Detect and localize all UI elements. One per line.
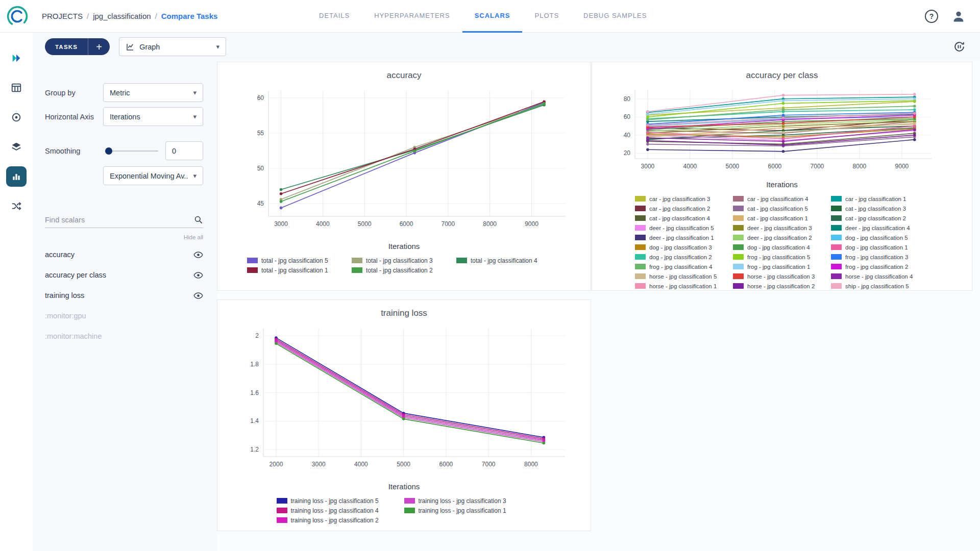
find-scalars-search — [45, 215, 203, 228]
visibility-eye-icon[interactable] — [193, 270, 203, 280]
visibility-eye-icon[interactable] — [193, 250, 203, 260]
metric-row-monitor-gpu[interactable]: :monitor:gpu — [33, 306, 217, 326]
legend-item[interactable]: total - jpg classification 5 — [247, 256, 352, 265]
hide-all-link[interactable]: Hide all — [33, 234, 203, 240]
legend-item[interactable]: dog - jpg classification 5 — [831, 233, 929, 242]
tasks-button[interactable]: TASKS + — [45, 38, 110, 55]
legend-item[interactable]: dog - jpg classification 3 — [635, 242, 733, 252]
smoothing-value-input[interactable] — [165, 141, 203, 160]
legend-item[interactable]: cat - jpg classification 1 — [733, 213, 831, 223]
tab-bar: DETAILS HYPERPARAMETERS SCALARS PLOTS DE… — [307, 0, 659, 33]
legend-swatch — [247, 258, 258, 263]
legend-swatch — [831, 283, 842, 289]
models-icon[interactable] — [6, 107, 27, 128]
training-loss-plot[interactable]: 1.21.41.61.82200030004000500060007000800… — [217, 322, 591, 475]
svg-text:9000: 9000 — [895, 163, 909, 170]
legend-item[interactable]: total - jpg classification 3 — [352, 256, 456, 265]
search-input[interactable] — [45, 216, 193, 224]
pipelines-icon[interactable] — [6, 196, 27, 216]
legend-item[interactable]: cat - jpg classification 2 — [831, 213, 929, 223]
legend-item[interactable]: training loss - jpg classification 2 — [277, 515, 404, 525]
legend-label: horse - jpg classification 5 — [649, 273, 717, 280]
legend-item[interactable]: dog - jpg classification 4 — [733, 242, 831, 252]
tab-details[interactable]: DETAILS — [307, 0, 362, 33]
legend-item[interactable]: total - jpg classification 4 — [456, 256, 561, 265]
svg-text:7000: 7000 — [811, 163, 824, 170]
chart-legend: car - jpg classification 3car - jpg clas… — [635, 194, 929, 291]
legend-swatch — [831, 254, 842, 260]
legend-item[interactable]: ship - jpg classification 5 — [831, 281, 929, 291]
legend-item[interactable]: car - jpg classification 4 — [733, 194, 831, 204]
legend-label: deer - jpg classification 4 — [845, 225, 910, 231]
legend-label: training loss - jpg classification 5 — [291, 497, 379, 505]
tab-plots[interactable]: PLOTS — [522, 0, 571, 33]
legend-swatch — [635, 283, 646, 289]
breadcrumb-project-name[interactable]: jpg_classification — [93, 12, 151, 20]
legend-item[interactable]: car - jpg classification 3 — [635, 194, 733, 204]
legend-swatch — [635, 244, 646, 250]
metric-label: :monitor:machine — [45, 332, 203, 340]
help-icon[interactable]: ? — [925, 10, 938, 23]
accuracy-plot[interactable]: 455055603000400050006000700080009000 — [217, 85, 591, 235]
legend-item[interactable]: deer - jpg classification 5 — [635, 223, 733, 233]
legend-item[interactable]: horse - jpg classification 1 — [635, 281, 733, 291]
layers-icon[interactable] — [6, 137, 27, 157]
accuracy-per-class-plot[interactable]: 204060803000400050006000700080009000 — [592, 85, 972, 176]
horizontal-axis-select[interactable]: Iterations ▾ — [103, 107, 203, 126]
legend-swatch — [635, 225, 646, 231]
legend-item[interactable]: deer - jpg classification 3 — [733, 223, 831, 233]
tab-debug-samples[interactable]: DEBUG SAMPLES — [571, 0, 659, 33]
legend-item[interactable]: deer - jpg classification 1 — [635, 233, 733, 242]
getting-started-icon[interactable] — [6, 48, 27, 68]
svg-text:50: 50 — [257, 165, 264, 172]
legend-item[interactable]: training loss - jpg classification 4 — [277, 506, 404, 515]
metric-row-accuracy[interactable]: accuracy — [33, 244, 217, 265]
legend-item[interactable]: horse - jpg classification 3 — [733, 271, 831, 281]
group-by-select[interactable]: Metric ▾ — [103, 83, 203, 102]
datasets-icon[interactable] — [6, 78, 27, 98]
legend-item[interactable]: deer - jpg classification 4 — [831, 223, 929, 233]
metric-row-accuracy-per-class[interactable]: accuracy per class — [33, 265, 217, 285]
legend-item[interactable]: frog - jpg classification 2 — [831, 262, 929, 271]
legend-item[interactable]: car - jpg classification 1 — [831, 194, 929, 204]
add-task-button[interactable]: + — [88, 39, 110, 55]
legend-item[interactable]: dog - jpg classification 1 — [831, 242, 929, 252]
breadcrumb-compare-tasks[interactable]: Compare Tasks — [161, 12, 218, 20]
legend-item[interactable]: total - jpg classification 2 — [352, 265, 456, 275]
visibility-eye-icon[interactable] — [193, 291, 203, 300]
legend-item[interactable]: cat - jpg classification 4 — [635, 213, 733, 223]
legend-swatch — [733, 235, 744, 240]
legend-item[interactable]: horse - jpg classification 2 — [733, 281, 831, 291]
legend-item[interactable]: frog - jpg classification 4 — [635, 262, 733, 271]
legend-item[interactable]: cat - jpg classification 5 — [733, 204, 831, 213]
legend-item[interactable]: horse - jpg classification 4 — [831, 271, 929, 281]
legend-item[interactable]: training loss - jpg classification 5 — [277, 496, 404, 506]
legend-item[interactable]: horse - jpg classification 5 — [635, 271, 733, 281]
legend-item[interactable]: frog - jpg classification 1 — [733, 262, 831, 271]
tab-hyperparameters[interactable]: HYPERPARAMETERS — [362, 0, 462, 33]
breadcrumb-projects[interactable]: PROJECTS — [42, 12, 83, 20]
auto-refresh-toggle[interactable] — [953, 40, 966, 53]
experiments-icon-active[interactable] — [6, 166, 27, 187]
slider-knob[interactable] — [105, 147, 112, 155]
metric-row-training-loss[interactable]: training loss — [33, 285, 217, 306]
legend-swatch — [352, 267, 362, 273]
legend-item[interactable]: total - jpg classification 1 — [247, 265, 352, 275]
clearml-logo[interactable] — [6, 5, 29, 28]
metric-row-monitor-machine[interactable]: :monitor:machine — [33, 326, 217, 346]
legend-item[interactable]: cat - jpg classification 3 — [831, 204, 929, 213]
legend-item[interactable]: car - jpg classification 2 — [635, 204, 733, 213]
legend-item[interactable]: dog - jpg classification 2 — [635, 252, 733, 262]
legend-item[interactable]: frog - jpg classification 5 — [733, 252, 831, 262]
view-mode-select[interactable]: Graph ▾ — [119, 37, 226, 56]
legend-item[interactable]: deer - jpg classification 2 — [733, 233, 831, 242]
smoothing-slider[interactable] — [105, 146, 158, 156]
legend-item[interactable]: frog - jpg classification 3 — [831, 252, 929, 262]
smoothing-type-select[interactable]: Exponential Moving Av... ▾ — [103, 166, 203, 185]
legend-item[interactable]: training loss - jpg classification 3 — [404, 496, 532, 506]
legend-item[interactable]: training loss - jpg classification 1 — [404, 506, 532, 515]
tab-scalars[interactable]: SCALARS — [462, 0, 523, 33]
legend-swatch — [831, 244, 842, 250]
search-icon[interactable] — [193, 215, 203, 224]
user-avatar[interactable] — [951, 9, 966, 23]
